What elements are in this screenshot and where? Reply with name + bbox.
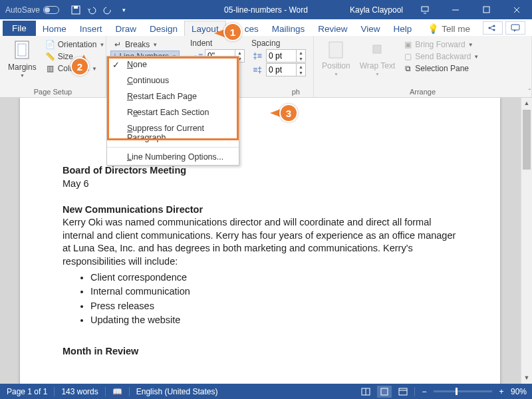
svg-point-6	[493, 29, 495, 31]
size-icon: 📏	[46, 52, 55, 61]
toggle-off-icon	[43, 6, 59, 14]
read-mode-icon[interactable]	[358, 386, 373, 398]
orientation-label: Orientation	[58, 40, 97, 49]
tell-me-label: Tell me	[442, 24, 470, 34]
tab-insert[interactable]: Insert	[73, 21, 109, 36]
zoom-level[interactable]: 90%	[511, 387, 527, 396]
svg-rect-13	[381, 388, 388, 395]
wrap-text-button: Wrap Text▼	[356, 39, 400, 85]
svg-point-4	[489, 27, 491, 29]
zoom-slider[interactable]	[434, 390, 492, 392]
doc-date: May 6	[63, 178, 89, 189]
ribbon-tabs: File Home Insert Draw Design Layout ces …	[0, 19, 532, 36]
user-name[interactable]: Kayla Claypool	[343, 5, 410, 15]
wrap-label: Wrap Text	[360, 61, 396, 70]
send-backward-button: ▢Send Backward▼	[400, 51, 481, 63]
collapse-ribbon-icon[interactable]: ˇ	[529, 88, 531, 96]
close-icon[interactable]	[501, 0, 532, 19]
menu-item-suppress[interactable]: Suppress for Current Paragraph	[107, 120, 239, 146]
document-page[interactable]: Board of Directors Meeting May 6 New Com…	[20, 98, 500, 384]
tell-me-search[interactable]: 💡 Tell me	[421, 21, 477, 36]
tab-home[interactable]: Home	[36, 21, 73, 36]
space-before-icon: ‡≡	[251, 51, 263, 61]
selection-pane-icon: ⧉	[403, 64, 412, 73]
scroll-down-icon[interactable]: ▼	[521, 372, 532, 384]
doc-heading-3: Month in Review	[63, 346, 138, 356]
vertical-scrollbar[interactable]: ▲ ▼	[521, 98, 532, 384]
selection-pane-button[interactable]: ⧉Selection Pane	[400, 63, 481, 74]
print-layout-icon[interactable]	[377, 386, 392, 398]
minimize-icon[interactable]	[440, 0, 471, 19]
title-bar: AutoSave ▾ 05-line-numbers - Word Kayla …	[0, 0, 532, 19]
menu-options-label: ine Numbering Options...	[132, 152, 223, 162]
autosave-label: AutoSave	[5, 5, 40, 15]
selection-pane-label: Selection Pane	[415, 64, 469, 73]
ribbon-options-icon[interactable]	[410, 0, 440, 19]
send-backward-icon: ▢	[403, 52, 412, 61]
breaks-icon: ↵	[113, 40, 122, 49]
list-item: Client correspondence	[90, 271, 458, 285]
tab-draw[interactable]: Draw	[109, 21, 144, 36]
qat-customize-icon[interactable]: ▾	[116, 3, 131, 17]
zoom-out-button[interactable]: −	[419, 387, 430, 396]
list-item: Press releases	[90, 300, 458, 313]
spell-check-button[interactable]: 📖	[106, 387, 129, 396]
redo-icon[interactable]	[100, 3, 115, 17]
tab-file[interactable]: File	[3, 21, 36, 36]
web-layout-icon[interactable]	[396, 386, 410, 398]
menu-item-continuous[interactable]: Continuous	[107, 72, 239, 88]
tab-mailings[interactable]: Mailings	[265, 21, 312, 36]
size-label: Size	[58, 52, 73, 61]
tab-help[interactable]: Help	[386, 21, 418, 36]
zoom-in-button[interactable]: +	[496, 387, 507, 396]
menu-separator	[107, 147, 239, 148]
menu-item-restart-section[interactable]: Reestart Each Section	[107, 104, 239, 120]
document-area: Board of Directors Meeting May 6 New Com…	[0, 98, 532, 384]
menu-item-restart-page[interactable]: Restart Each Page	[107, 88, 239, 104]
list-item: Updating the website	[90, 314, 458, 327]
tab-design[interactable]: Design	[143, 21, 184, 36]
svg-point-5	[493, 25, 495, 27]
breaks-button[interactable]: ↵Breaks▼	[110, 39, 180, 51]
scrollbar-thumb[interactable]	[523, 110, 531, 170]
undo-icon[interactable]	[84, 3, 99, 17]
paragraph-group-label: ph	[251, 86, 309, 96]
scroll-up-icon[interactable]: ▲	[521, 98, 532, 109]
arrange-group-label: Arrange	[318, 86, 527, 96]
maximize-icon[interactable]	[471, 0, 501, 19]
quick-access-toolbar: ▾	[65, 3, 135, 17]
svg-rect-3	[483, 7, 489, 13]
tab-review[interactable]: Review	[311, 21, 354, 36]
lightbulb-icon: 💡	[428, 23, 439, 34]
comments-button[interactable]	[505, 21, 525, 35]
page-setup-group-label: Page Setup	[4, 86, 102, 96]
menu-restart-section-label: estart Each Section	[137, 108, 209, 117]
share-button[interactable]	[483, 21, 503, 35]
doc-paragraph: Kerry Oki was named communications direc…	[63, 217, 456, 267]
book-icon: 📖	[112, 387, 122, 396]
svg-rect-7	[511, 25, 519, 30]
orientation-icon: 📄	[46, 40, 55, 49]
bring-forward-button: ▣Bring Forward▼	[400, 39, 481, 51]
space-after-input[interactable]: ▲▼	[266, 63, 306, 76]
menu-item-options[interactable]: Line Numbering Options...	[107, 149, 239, 165]
document-title: 05-line-numbers - Word	[224, 5, 308, 15]
tab-view[interactable]: View	[354, 21, 386, 36]
page-indicator[interactable]: Page 1 of 1	[0, 387, 54, 396]
orientation-button[interactable]: 📄Orientation▼	[43, 39, 108, 51]
group-arrange: Position▼ Wrap Text▼ ▣Bring Forward▼ ▢Se…	[314, 36, 532, 97]
word-count[interactable]: 143 words	[55, 387, 104, 396]
margins-label: Margins	[8, 63, 37, 72]
menu-item-none[interactable]: ✓None	[107, 57, 239, 72]
menu-continuous-label: ontinuous	[133, 76, 169, 85]
margins-button[interactable]: Margins ▼	[4, 39, 41, 85]
space-before-input[interactable]: ▲▼	[266, 49, 306, 63]
group-page-setup: Margins ▼ 📄Orientation▼ 📏Size ▥Columns▼ …	[0, 36, 106, 97]
language-indicator[interactable]: English (United States)	[130, 387, 225, 396]
bring-forward-icon: ▣	[403, 40, 412, 49]
doc-heading-2: New Communications Director	[63, 204, 203, 215]
list-item: Internal communication	[90, 285, 458, 299]
autosave-toggle[interactable]: AutoSave	[0, 5, 65, 15]
menu-restart-page-label: estart Each Page	[133, 92, 197, 101]
save-icon[interactable]	[68, 3, 83, 17]
